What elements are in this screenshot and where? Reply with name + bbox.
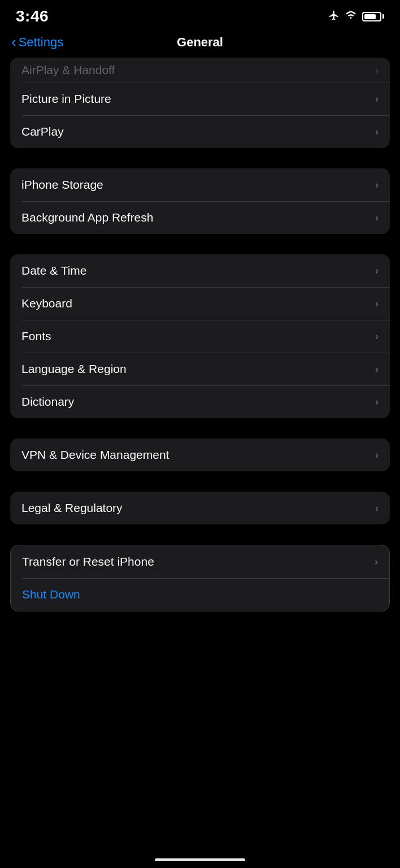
group-reset: Transfer or Reset iPhone › Shut Down [10, 545, 390, 611]
settings-row-keyboard[interactable]: Keyboard › [10, 287, 390, 320]
chevron-icon: › [375, 93, 379, 105]
battery-icon [362, 12, 384, 21]
chevron-icon: › [375, 331, 379, 342]
back-label: Settings [19, 35, 64, 50]
settings-row-iphone-storage[interactable]: iPhone Storage › [10, 168, 390, 201]
chevron-icon: › [375, 265, 379, 277]
chevron-icon: › [375, 449, 379, 461]
settings-row-transfer-reset[interactable]: Transfer or Reset iPhone › [11, 545, 389, 578]
chevron-icon: › [375, 298, 379, 310]
home-indicator [155, 858, 245, 861]
wifi-icon [345, 10, 356, 23]
shut-down-label: Shut Down [22, 588, 80, 601]
settings-row-shut-down[interactable]: Shut Down [11, 578, 389, 611]
group-partial: AirPlay & Handoff › Picture in Picture ›… [10, 58, 390, 148]
settings-row-date-time[interactable]: Date & Time › [10, 254, 390, 287]
status-time: 3:46 [16, 7, 49, 25]
iphone-storage-label: iPhone Storage [21, 178, 103, 192]
status-icons [328, 10, 384, 23]
date-time-label: Date & Time [21, 264, 87, 277]
keyboard-label: Keyboard [21, 297, 72, 310]
airplane-mode-icon [328, 10, 340, 23]
settings-row-picture-in-picture[interactable]: Picture in Picture › [10, 83, 390, 115]
carplay-label: CarPlay [21, 125, 64, 138]
settings-row-dictionary[interactable]: Dictionary › [10, 385, 390, 418]
group-vpn: VPN & Device Management › [10, 439, 390, 471]
settings-row-fonts[interactable]: Fonts › [10, 320, 390, 353]
background-app-refresh-label: Background App Refresh [21, 211, 153, 224]
fonts-label: Fonts [21, 329, 51, 343]
chevron-icon: › [375, 363, 379, 375]
chevron-icon: › [375, 126, 379, 138]
chevron-icon: › [375, 212, 379, 224]
chevron-icon: › [375, 556, 378, 568]
airplay-label: AirPlay & Handoff [21, 63, 115, 77]
picture-in-picture-label: Picture in Picture [21, 92, 111, 106]
group-legal: Legal & Regulatory › [10, 492, 390, 524]
vpn-device-label: VPN & Device Management [21, 448, 169, 462]
status-bar: 3:46 [0, 0, 400, 31]
chevron-icon: › [375, 179, 379, 191]
settings-row-legal-regulatory[interactable]: Legal & Regulatory › [10, 492, 390, 524]
back-chevron-icon: ‹ [11, 33, 16, 51]
page-title: General [177, 35, 223, 50]
transfer-reset-label: Transfer or Reset iPhone [22, 555, 154, 568]
settings-row-vpn-device[interactable]: VPN & Device Management › [10, 439, 390, 471]
group-locale: Date & Time › Keyboard › Fonts › Languag… [10, 254, 390, 418]
settings-content: AirPlay & Handoff › Picture in Picture ›… [0, 58, 400, 611]
settings-row-airplay[interactable]: AirPlay & Handoff › [10, 58, 390, 83]
chevron-icon: › [375, 502, 379, 514]
settings-row-language-region[interactable]: Language & Region › [10, 353, 390, 385]
group-storage: iPhone Storage › Background App Refresh … [10, 168, 390, 234]
language-region-label: Language & Region [21, 362, 127, 376]
settings-row-background-app-refresh[interactable]: Background App Refresh › [10, 201, 390, 234]
legal-regulatory-label: Legal & Regulatory [21, 501, 123, 515]
chevron-icon: › [375, 64, 379, 76]
back-button[interactable]: ‹ Settings [11, 34, 63, 51]
dictionary-label: Dictionary [21, 395, 74, 409]
nav-header: ‹ Settings General [0, 31, 400, 58]
settings-row-carplay[interactable]: CarPlay › [10, 115, 390, 148]
chevron-icon: › [375, 396, 379, 408]
